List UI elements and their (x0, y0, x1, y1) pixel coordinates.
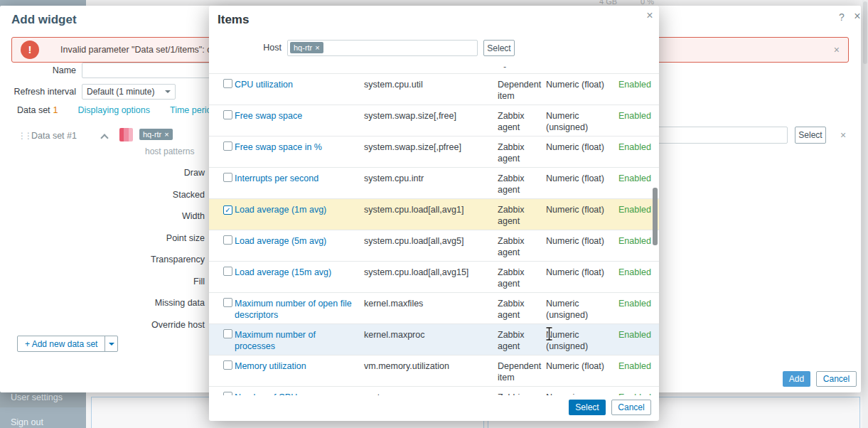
field-label-override-host: Override host (0, 314, 205, 336)
host-patterns-placeholder: host patterns (145, 146, 194, 156)
items-select-button[interactable]: Select (569, 400, 606, 415)
item-status[interactable]: Enabled (618, 267, 651, 277)
item-status[interactable]: Enabled (618, 142, 651, 152)
item-name-link[interactable]: Free swap space in % (235, 142, 322, 152)
help-icon[interactable]: ? (836, 11, 847, 23)
items-close-icon[interactable]: × (644, 9, 655, 22)
item-status[interactable]: Enabled (618, 361, 651, 371)
table-row[interactable]: Load average (15m avg)system.cpu.load[al… (209, 262, 659, 293)
item-type: Zabbix agent (498, 110, 546, 133)
tab-displaying-options[interactable]: Displaying options (78, 105, 150, 115)
row-checkbox[interactable] (223, 173, 232, 182)
item-type: Zabbix agent (498, 298, 546, 321)
item-status[interactable]: Enabled (618, 173, 651, 183)
row-checkbox[interactable] (223, 141, 232, 151)
item-name-link[interactable]: CPU utilization (235, 80, 293, 90)
status-cell: Enabled (618, 141, 659, 153)
data-set-remove-icon[interactable]: × (840, 129, 846, 141)
status-cell: Enabled (618, 392, 659, 395)
item-key: system.swap.size[,free] (364, 110, 498, 122)
item-value-type: Numeric (unsigned) (546, 110, 618, 133)
cancel-button[interactable]: Cancel (816, 371, 857, 387)
table-row[interactable]: Number of CPUssystem.cpu.numZabbix agent… (209, 387, 659, 395)
chip-remove-icon[interactable]: × (164, 131, 168, 138)
drag-handle-icon[interactable]: ⋮⋮ (18, 131, 31, 141)
host-input[interactable]: hq-rtr × (287, 40, 478, 56)
items-scrollbar-thumb[interactable] (653, 188, 658, 245)
close-icon[interactable]: × (852, 10, 863, 23)
add-button[interactable]: Add (783, 371, 810, 387)
item-patterns-select-button[interactable]: Select (795, 127, 826, 144)
field-label-point-size: Point size (0, 228, 205, 250)
item-status[interactable]: Enabled (618, 205, 651, 215)
item-type: Dependent item (498, 79, 546, 102)
tab-data-set-badge: 1 (53, 105, 58, 115)
item-status[interactable]: Enabled (618, 80, 651, 90)
checkbox-cell (209, 360, 235, 373)
row-checkbox[interactable] (223, 392, 232, 395)
item-name-cell: Free swap space in % (235, 141, 364, 153)
row-checkbox[interactable] (223, 235, 232, 245)
checkbox-cell (209, 392, 235, 395)
item-name-cell: Number of CPUs (235, 392, 364, 395)
item-status[interactable]: Enabled (618, 236, 651, 246)
item-name-link[interactable]: Maximum number of processes (235, 330, 316, 351)
table-row[interactable]: Maximum number of open file descriptorsk… (209, 293, 659, 324)
items-dialog: Items × Host hq-rtr × Select - CPU utili… (209, 6, 659, 421)
item-key: system.cpu.intr (364, 173, 498, 184)
table-row[interactable]: Free swap spacesystem.swap.size[,free]Za… (209, 105, 659, 137)
item-name-link[interactable]: Maximum number of open file descriptors (235, 299, 352, 320)
item-name-link[interactable]: Load average (5m avg) (235, 236, 326, 246)
error-message: Invalid parameter "Data set/1/items": ca… (60, 45, 234, 55)
status-cell: Enabled (618, 79, 659, 90)
refresh-interval-select[interactable]: Default (1 minute) (82, 84, 176, 100)
items-cancel-button[interactable]: Cancel (611, 400, 651, 415)
item-name-link[interactable]: Load average (15m avg) (235, 267, 331, 277)
item-name-link[interactable]: Load average (1m avg) (235, 205, 326, 215)
item-name-link[interactable]: Number of CPUs (235, 392, 301, 395)
field-label-transparency: Transparency (0, 249, 205, 271)
item-name-link[interactable]: Memory utilization (235, 361, 306, 371)
row-checkbox[interactable] (223, 329, 232, 338)
status-cell: Enabled (618, 110, 659, 122)
collapse-chevron-icon[interactable] (100, 134, 108, 141)
table-row[interactable]: Free swap space in %system.swap.size[,pf… (209, 137, 659, 168)
item-name-link[interactable]: Free swap space (235, 111, 302, 121)
table-row[interactable]: Load average (5m avg)system.cpu.load[all… (209, 230, 659, 262)
field-label-width: Width (0, 205, 205, 228)
item-name-cell: Memory utilization (235, 360, 364, 372)
item-status[interactable]: Enabled (618, 299, 651, 309)
table-row[interactable]: Memory utilizationvm.memory.utilizationD… (209, 355, 659, 387)
status-cell: Enabled (618, 267, 659, 278)
table-row[interactable]: Interrupts per secondsystem.cpu.intrZabb… (209, 168, 659, 199)
item-value-type: Numeric (unsigned) (546, 329, 618, 352)
row-checkbox[interactable]: ✓ (223, 205, 232, 215)
host-pattern-chip[interactable]: hq-rtr × (139, 129, 173, 140)
host-chip[interactable]: hq-rtr × (290, 42, 323, 53)
field-label-draw: Draw (0, 162, 205, 184)
item-value-type: Numeric (float) (546, 204, 618, 215)
host-select-button[interactable]: Select (483, 40, 515, 56)
item-type: Zabbix agent (498, 235, 546, 258)
item-value-type: Numeric (float) (546, 360, 618, 372)
row-checkbox[interactable] (223, 298, 232, 307)
add-data-set-dropdown[interactable] (105, 336, 117, 351)
item-type: Zabbix agent (498, 329, 546, 352)
item-status[interactable]: Enabled (618, 111, 651, 121)
host-pattern-chip-label: hq-rtr (143, 130, 161, 139)
row-checkbox[interactable] (223, 267, 232, 276)
chip-remove-icon[interactable]: × (315, 44, 319, 51)
row-checkbox[interactable] (223, 360, 232, 370)
error-dismiss-icon[interactable]: × (834, 44, 840, 55)
row-checkbox[interactable] (223, 110, 232, 119)
row-checkbox[interactable] (223, 79, 232, 88)
color-swatch[interactable] (119, 128, 133, 141)
item-status[interactable]: Enabled (618, 392, 651, 395)
item-name-link[interactable]: Interrupts per second (235, 173, 318, 183)
table-row[interactable]: ✓Load average (1m avg)system.cpu.load[al… (209, 199, 659, 230)
table-row[interactable]: CPU utilizationsystem.cpu.utilDependent … (209, 74, 659, 105)
add-new-data-set-button[interactable]: + Add new data set (17, 336, 118, 352)
item-status[interactable]: Enabled (618, 330, 651, 340)
table-row[interactable]: Maximum number of processeskernel.maxpro… (209, 324, 659, 355)
tab-data-set[interactable]: Data set1 (17, 105, 58, 115)
